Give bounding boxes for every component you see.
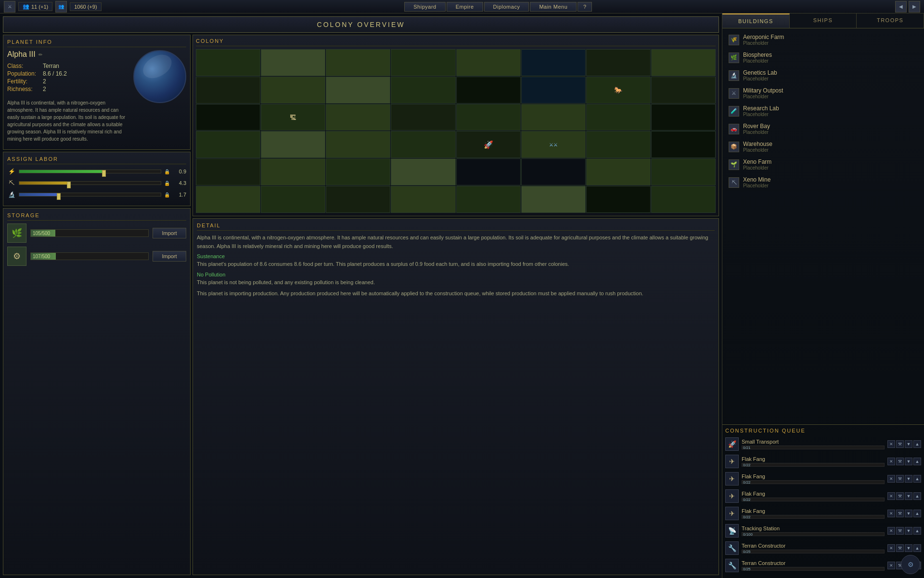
flak-fang-2-down[interactable]: ▼: [905, 475, 912, 483]
game-icon[interactable]: ⚔: [4, 1, 15, 13]
flak-fang-2-up[interactable]: ▲: [913, 475, 921, 483]
map-cell[interactable]: [261, 131, 325, 158]
building-xeno-farm[interactable]: 🌱 Xeno Farm Placeholder: [725, 156, 921, 173]
map-cell[interactable]: [261, 158, 325, 185]
flak-fang-1-up[interactable]: ▲: [913, 458, 921, 465]
map-cell[interactable]: [456, 49, 521, 76]
arrow-left-icon[interactable]: ◀: [895, 1, 907, 13]
map-cell[interactable]: [651, 104, 716, 131]
small-transport-up[interactable]: ▲: [913, 440, 921, 448]
map-cell[interactable]: ⚔⚔: [521, 131, 586, 158]
map-cell[interactable]: [326, 186, 390, 213]
terran-constructor-1-down[interactable]: ▼: [905, 544, 912, 552]
map-cell[interactable]: [456, 104, 521, 131]
map-cell[interactable]: [261, 186, 325, 213]
tab-ships[interactable]: SHIPS: [790, 13, 857, 28]
map-cell[interactable]: [651, 186, 716, 213]
labor-research-slider[interactable]: [19, 191, 161, 198]
flak-fang-3-up[interactable]: ▲: [913, 492, 921, 500]
map-cell[interactable]: [196, 104, 260, 131]
flak-fang-3-down[interactable]: ▼: [905, 492, 912, 500]
map-cell[interactable]: 🏗: [261, 104, 325, 131]
arrow-right-icon[interactable]: ▶: [909, 1, 920, 13]
map-cell[interactable]: [261, 77, 325, 104]
map-cell[interactable]: [326, 77, 390, 104]
tracking-station-down[interactable]: ▼: [905, 527, 912, 535]
building-xeno-mine[interactable]: ⛏ Xeno Mine Placeholder: [725, 174, 921, 191]
nav-empire[interactable]: Empire: [447, 2, 483, 12]
flak-fang-4-hammer[interactable]: ⚒: [896, 510, 904, 517]
map-cell[interactable]: [456, 77, 521, 104]
map-cell[interactable]: [391, 158, 455, 185]
map-cell[interactable]: [456, 186, 521, 213]
flak-fang-1-down[interactable]: ▼: [905, 458, 912, 465]
map-cell[interactable]: [196, 131, 260, 158]
tracking-station-hammer[interactable]: ⚒: [896, 527, 904, 535]
tracking-station-up[interactable]: ▲: [913, 527, 921, 535]
map-cell[interactable]: [586, 186, 651, 213]
labor-mining-slider[interactable]: [19, 180, 161, 186]
map-cell[interactable]: [521, 77, 586, 104]
map-cell[interactable]: [521, 104, 586, 131]
tracking-station-cancel[interactable]: ✕: [887, 527, 895, 535]
map-cell[interactable]: [326, 158, 390, 185]
map-cell[interactable]: [391, 104, 455, 131]
storage-minerals-import[interactable]: Import: [153, 251, 186, 262]
flak-fang-3-cancel[interactable]: ✕: [887, 492, 895, 500]
terran-constructor-1-up[interactable]: ▲: [913, 544, 921, 552]
map-cell[interactable]: [196, 186, 260, 213]
flak-fang-1-hammer[interactable]: ⚒: [896, 458, 904, 465]
map-cell[interactable]: [586, 131, 651, 158]
terran-constructor-1-hammer[interactable]: ⚒: [896, 544, 904, 552]
flak-fang-4-down[interactable]: ▼: [905, 510, 912, 517]
map-cell[interactable]: 🚀: [456, 131, 521, 158]
building-rover-bay[interactable]: 🚗 Rover Bay Placeholder: [725, 120, 921, 137]
map-cell[interactable]: [391, 49, 455, 76]
labor-mining-thumb[interactable]: [67, 182, 71, 188]
flak-fang-3-hammer[interactable]: ⚒: [896, 492, 904, 500]
terran-constructor-2-cancel[interactable]: ✕: [887, 562, 895, 569]
map-cell[interactable]: [326, 49, 390, 76]
labor-farm-lock[interactable]: 🔒: [164, 169, 170, 174]
map-cell[interactable]: [456, 158, 521, 185]
terran-constructor-1-cancel[interactable]: ✕: [887, 544, 895, 552]
small-transport-hammer[interactable]: ⚒: [896, 440, 904, 448]
map-cell[interactable]: [651, 49, 716, 76]
map-cell[interactable]: [261, 49, 325, 76]
labor-research-thumb[interactable]: [57, 193, 61, 200]
map-cell[interactable]: [391, 77, 455, 104]
map-cell[interactable]: [651, 131, 716, 158]
building-warehouse[interactable]: 📦 Warehouse Placeholder: [725, 138, 921, 155]
map-cell[interactable]: [196, 77, 260, 104]
nav-help[interactable]: ?: [578, 2, 592, 12]
building-research-lab[interactable]: 🧪 Research Lab Placeholder: [725, 103, 921, 119]
tab-buildings[interactable]: BUILDINGS: [722, 13, 790, 28]
flak-fang-2-cancel[interactable]: ✕: [887, 475, 895, 483]
map-cell[interactable]: [326, 131, 390, 158]
nav-shipyard[interactable]: Shipyard: [404, 2, 445, 12]
labor-research-lock[interactable]: 🔒: [164, 192, 170, 197]
map-cell[interactable]: [586, 158, 651, 185]
nav-mainmenu[interactable]: Main Menu: [530, 2, 577, 12]
tab-troops[interactable]: TROOPS: [857, 13, 924, 28]
map-cell[interactable]: [521, 49, 586, 76]
labor-farm-thumb[interactable]: [102, 170, 106, 177]
nav-diplomacy[interactable]: Diplomacy: [484, 2, 529, 12]
map-cell[interactable]: [521, 186, 586, 213]
map-cell[interactable]: [391, 131, 455, 158]
building-genetics-lab[interactable]: 🔬 Genetics Lab Placeholder: [725, 67, 921, 84]
map-cell[interactable]: [651, 77, 716, 104]
map-cell[interactable]: [196, 49, 260, 76]
small-transport-down[interactable]: ▼: [905, 440, 912, 448]
map-cell[interactable]: [586, 104, 651, 131]
labor-farm-slider[interactable]: [19, 168, 161, 175]
building-military-outpost[interactable]: ⚔ Military Outpost Placeholder: [725, 85, 921, 102]
small-transport-cancel[interactable]: ✕: [887, 440, 895, 448]
planet-edit-icon[interactable]: ✏: [38, 52, 42, 57]
population-icon-box[interactable]: 👥: [55, 1, 67, 13]
flak-fang-4-up[interactable]: ▲: [913, 510, 921, 517]
flak-fang-1-cancel[interactable]: ✕: [887, 458, 895, 465]
map-cell[interactable]: 🐎: [586, 77, 651, 104]
map-cell[interactable]: [521, 158, 586, 185]
map-cell[interactable]: [196, 158, 260, 185]
